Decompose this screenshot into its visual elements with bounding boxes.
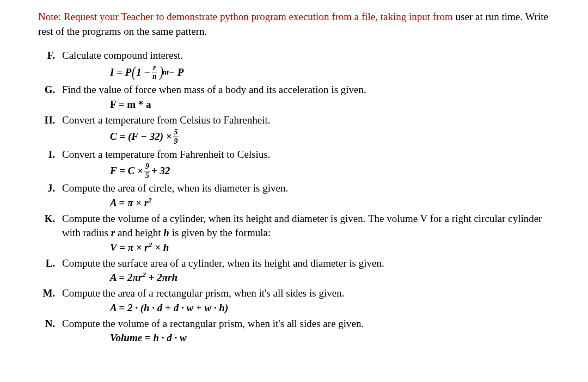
exercise-n-formula: Volume = h · d · w xyxy=(110,331,550,346)
exercise-i-formula: F = C × 9 5 + 32 xyxy=(110,162,550,180)
exercise-k-text: Compute the volume of a cylinder, when i… xyxy=(62,213,542,239)
exercise-m-text: Compute the area of a rectangular prism,… xyxy=(62,287,344,299)
exercise-l: Compute the surface area of a cylinder, … xyxy=(58,256,550,285)
exercise-j: Compute the area of circle, when its dia… xyxy=(58,181,550,210)
exercise-h-text: Convert a temperature from Celsius to Fa… xyxy=(62,114,271,126)
exercise-g: Find the value of force when mass of a b… xyxy=(58,83,550,112)
exercise-n-text: Compute the volume of a rectangular pris… xyxy=(62,318,364,329)
exercise-f-text: Calculate compound interest. xyxy=(62,50,183,61)
exercise-i-text: Convert a temperature from Fahrenheit to… xyxy=(62,149,271,160)
note-block: Note: Request your Teacher to demonstrat… xyxy=(38,10,550,39)
exercise-l-formula: A = 2πr2 + 2πrh xyxy=(110,270,550,285)
exercise-m: Compute the area of a rectangular prism,… xyxy=(58,286,550,315)
exercise-i: Convert a temperature from Fahrenheit to… xyxy=(58,147,550,181)
exercise-g-text: Find the value of force when mass of a b… xyxy=(62,84,366,95)
exercise-n: Compute the volume of a rectangular pris… xyxy=(58,317,550,346)
note-red: Note: Request your Teacher to demonstrat… xyxy=(38,11,456,22)
exercise-g-formula: F = m * a xyxy=(110,97,550,112)
exercise-m-formula: A = 2 · (h · d + d · w + w · h) xyxy=(110,301,550,316)
exercise-h: Convert a temperature from Celsius to Fa… xyxy=(58,113,550,146)
exercise-j-text: Compute the area of circle, when its dia… xyxy=(62,182,288,194)
exercise-k-formula: V = π × r2 × h xyxy=(110,241,550,255)
exercise-k: Compute the volume of a cylinder, when i… xyxy=(58,212,550,255)
exercise-h-formula: C = (F − 32) × 5 9 xyxy=(110,127,550,146)
exercise-l-text: Compute the surface area of a cylinder, … xyxy=(62,257,384,269)
exercise-list: Calculate compound interest. I = P ( 1 −… xyxy=(38,48,550,346)
exercise-j-formula: A = π × r2 xyxy=(110,196,550,211)
exercise-f-formula: I = P ( 1 − r n ) nt − P xyxy=(110,63,550,82)
exercise-f: Calculate compound interest. I = P ( 1 −… xyxy=(58,48,550,82)
